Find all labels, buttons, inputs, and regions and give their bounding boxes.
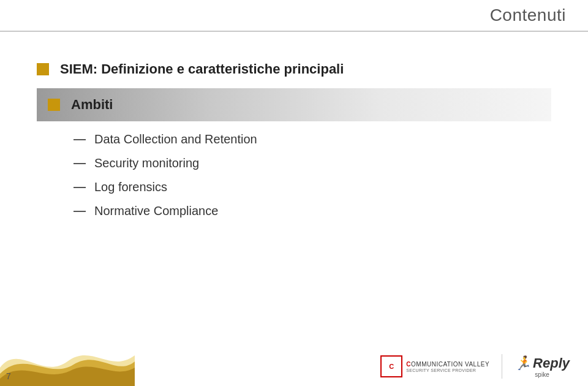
ambiti-bullet: [48, 99, 60, 111]
reply-logo: 🏃 Reply spike: [514, 355, 570, 378]
cv-subtitle: SECURITY SERVICE PROVIDER: [406, 368, 489, 373]
dash-icon: [74, 187, 86, 188]
list-item: Log forensics: [74, 175, 551, 199]
runner-icon: 🏃: [514, 355, 531, 371]
siem-row: SIEM: Definizione e caratteristiche prin…: [37, 50, 551, 88]
footer: 7 C COMMUNICATION VALLEY SECURITY SERVIC…: [0, 325, 588, 386]
spike-label: spike: [535, 371, 549, 378]
ambiti-row: Ambiti: [37, 88, 551, 121]
cv-icon: C: [380, 355, 402, 377]
list-item: Security monitoring: [74, 151, 551, 175]
title-bar: Contenuti: [0, 0, 588, 32]
sub-items-list: Data Collection and Retention Security m…: [37, 121, 551, 223]
list-item: Normative Compliance: [74, 199, 551, 223]
siem-bullet: [37, 63, 49, 75]
main-content: SIEM: Definizione e caratteristiche prin…: [0, 32, 588, 325]
cv-text-block: COMMUNICATION VALLEY SECURITY SERVICE PR…: [406, 361, 489, 373]
logo-divider: [502, 354, 502, 379]
ambiti-label: Ambiti: [71, 97, 113, 113]
sub-item-label: Log forensics: [94, 180, 167, 194]
sub-item-label: Data Collection and Retention: [94, 132, 257, 146]
siem-label: SIEM: Definizione e caratteristiche prin…: [60, 61, 344, 77]
sub-item-label: Security monitoring: [94, 156, 199, 170]
page-title: Contenuti: [490, 6, 566, 25]
logos-area: C COMMUNICATION VALLEY SECURITY SERVICE …: [380, 354, 570, 379]
dash-icon: [74, 211, 86, 212]
page-number: 7: [6, 371, 11, 381]
list-item: Data Collection and Retention: [74, 127, 551, 151]
dash-icon: [74, 163, 86, 164]
reply-text: 🏃 Reply: [514, 355, 570, 371]
cv-name: COMMUNICATION VALLEY: [406, 361, 489, 368]
sub-item-label: Normative Compliance: [94, 204, 218, 218]
comm-valley-logo: C COMMUNICATION VALLEY SECURITY SERVICE …: [380, 355, 489, 377]
dash-icon: [74, 139, 86, 140]
wave-decoration: [0, 331, 135, 386]
